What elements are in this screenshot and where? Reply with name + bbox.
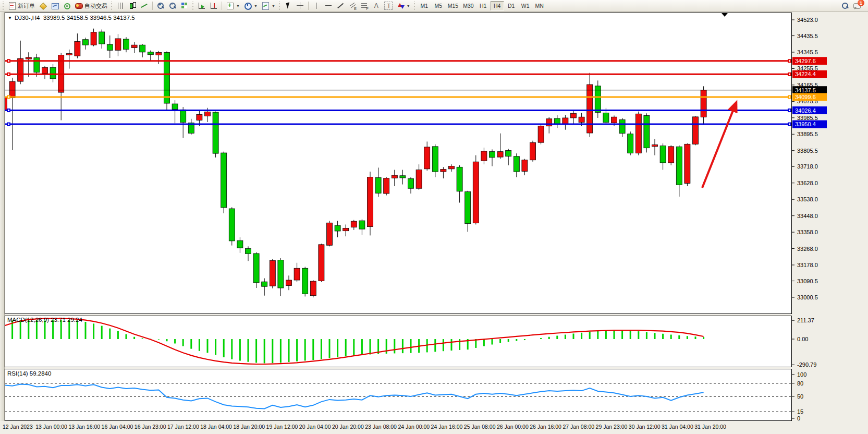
- candle: [18, 58, 23, 81]
- rsi-indicator-label: RSI(14) 59.2840: [7, 370, 51, 377]
- candle: [246, 249, 251, 254]
- time-tick-label: 13 Jan 16:00: [68, 424, 100, 430]
- candle: [701, 90, 706, 117]
- candle: [83, 40, 89, 45]
- price-tick-label: 33718.0: [797, 163, 818, 170]
- candle: [205, 112, 211, 116]
- candle: [660, 146, 666, 162]
- time-tick-label: 20 Jan 20:00: [332, 424, 364, 430]
- candle: [115, 39, 121, 50]
- time-tick-label: 26 Jan 00:00: [497, 424, 529, 430]
- candle: [156, 53, 162, 55]
- candle: [319, 245, 324, 281]
- time-tick-label: 16 Jan 23:00: [135, 424, 166, 430]
- candle: [392, 175, 397, 178]
- candle: [148, 52, 153, 55]
- rsi-tick-label: 100: [797, 371, 806, 378]
- candle: [131, 45, 137, 47]
- price-badge-label: 34137.5: [795, 87, 816, 93]
- candle: [270, 260, 275, 286]
- time-tick-label: 18 Jan 20:00: [233, 424, 265, 430]
- candle: [26, 57, 31, 59]
- price-tick-label: 33985.5: [797, 115, 818, 121]
- candle: [619, 119, 625, 133]
- chart-canvas[interactable]: 34523.034435.534345.534255.534165.534075…: [0, 0, 868, 434]
- candle: [286, 280, 292, 285]
- candle: [554, 118, 560, 124]
- rsi-tick-label: 80: [797, 380, 803, 387]
- macd-tick-label: 211.37: [797, 317, 814, 323]
- chart-shift-marker[interactable]: [722, 13, 728, 17]
- candle: [465, 192, 471, 224]
- price-badge-label: 34224.4: [795, 71, 816, 77]
- trend-arrow-annotation[interactable]: [702, 103, 736, 188]
- price-axis: 34523.034435.534345.534255.534165.534075…: [792, 17, 827, 300]
- candle: [506, 151, 511, 156]
- candle: [497, 152, 503, 157]
- candle: [368, 177, 373, 227]
- candle: [432, 147, 438, 172]
- candle: [66, 54, 72, 55]
- rsi-tick-label: 50: [797, 393, 803, 400]
- price-tick-label: 33000.5: [797, 294, 818, 300]
- candle: [668, 147, 674, 163]
- price-badge-label: 33950.4: [795, 121, 816, 127]
- price-badge-label: 34099.6: [795, 94, 816, 100]
- time-tick-label: 18 Jan 04:00: [200, 424, 232, 430]
- candle: [644, 115, 650, 148]
- candle: [424, 147, 430, 169]
- price-tick-label: 33628.0: [797, 180, 818, 186]
- candle: [400, 176, 406, 178]
- candle: [180, 110, 186, 122]
- chevron-down-icon: ▼: [8, 16, 12, 20]
- candle: [327, 223, 333, 245]
- candle: [571, 113, 577, 118]
- candle: [514, 156, 519, 172]
- candle: [221, 153, 227, 208]
- candle: [652, 144, 658, 146]
- macd-tick-label: 0.00: [797, 336, 808, 342]
- macd-axis: 211.370.00-290.79: [792, 317, 816, 368]
- candle: [107, 44, 113, 50]
- candle: [408, 178, 414, 188]
- macd-indicator-label: MACD(12,26,9) 23.71 29.24: [7, 317, 82, 323]
- candle: [676, 147, 682, 185]
- rsi-axis: 1008050150: [792, 371, 806, 421]
- candle: [99, 32, 105, 44]
- candle: [457, 167, 462, 191]
- time-tick-label: 13 Jan 00:00: [35, 424, 67, 430]
- candle: [441, 170, 446, 172]
- time-tick-label: 25 Jan 08:00: [464, 424, 496, 430]
- candle: [359, 221, 365, 229]
- price-tick-label: 33895.5: [797, 131, 818, 137]
- candle: [124, 39, 129, 50]
- time-tick-label: 24 Jan 00:00: [398, 424, 430, 430]
- candle: [213, 112, 218, 153]
- candle: [603, 113, 609, 123]
- time-tick-label: 31 Jan 04:00: [662, 424, 693, 430]
- candle: [693, 117, 699, 144]
- macd-series: [4, 319, 704, 365]
- candle: [197, 114, 202, 120]
- candle: [563, 118, 568, 124]
- macd-tick-label: -290.79: [797, 361, 816, 368]
- price-lines: [5, 59, 791, 126]
- candle: [473, 162, 479, 223]
- rsi-series: [4, 383, 791, 412]
- candle: [75, 42, 80, 56]
- rsi-tick-label: 0: [797, 415, 800, 421]
- time-tick-label: 29 Jan 23:00: [596, 424, 628, 430]
- time-tick-label: 24 Jan 16:00: [431, 424, 463, 430]
- candle: [42, 67, 48, 74]
- time-tick-label: 20 Jan 04:00: [299, 424, 331, 430]
- candle: [628, 134, 633, 153]
- candle: [302, 268, 308, 294]
- candle: [416, 170, 422, 189]
- candle: [351, 221, 357, 227]
- candle: [164, 53, 170, 103]
- price-tick-label: 33358.0: [797, 229, 818, 235]
- candle: [490, 152, 495, 158]
- candle: [50, 67, 56, 79]
- candle: [612, 117, 617, 123]
- candle: [229, 209, 235, 241]
